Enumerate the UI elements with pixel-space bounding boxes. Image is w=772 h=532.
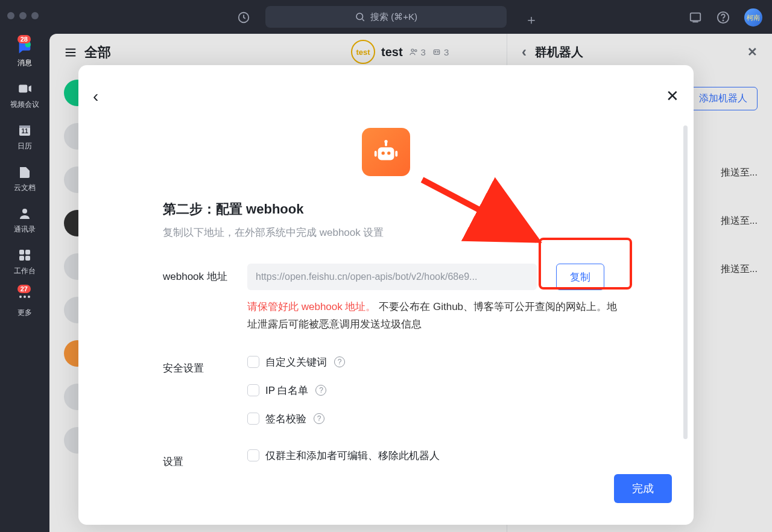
modal-back-button[interactable]: ‹ — [93, 87, 98, 106]
nav-more[interactable]: 27 更多 — [16, 288, 33, 318]
nav-messages[interactable]: 28 消息 — [16, 39, 33, 68]
svg-rect-29 — [395, 151, 397, 157]
help-tooltip-icon[interactable]: ? — [314, 413, 324, 424]
svg-point-24 — [382, 151, 385, 154]
nav-contacts[interactable]: 通讯录 — [14, 205, 36, 235]
settings-option-only-owner[interactable]: 仅群主和添加者可编辑、移除此机器人 — [247, 449, 440, 463]
svg-point-27 — [384, 140, 387, 143]
svg-rect-2 — [691, 13, 701, 21]
nav-docs[interactable]: 云文档 — [14, 163, 36, 193]
webhook-url-label: webhook 地址 — [163, 264, 235, 283]
tool-icon[interactable] — [689, 11, 702, 24]
history-icon[interactable] — [237, 11, 250, 24]
window-traffic-lights[interactable] — [7, 12, 39, 19]
annotation-arrow — [416, 174, 555, 258]
svg-text:11: 11 — [21, 128, 28, 135]
webhook-url-field[interactable]: https://open.feishu.cn/open-apis/bot/v2/… — [247, 264, 537, 290]
search-placeholder: 搜索 (⌘+K) — [370, 11, 417, 23]
video-icon — [16, 80, 33, 97]
left-nav: 28 消息 视频会议 11 日历 云文档 通讯录 工作台 27 更多 — [0, 34, 49, 532]
nav-calendar[interactable]: 11 日历 — [16, 122, 33, 151]
security-label: 安全设置 — [163, 355, 235, 375]
done-button[interactable]: 完成 — [614, 474, 672, 503]
create-plus-icon[interactable]: ＋ — [525, 11, 538, 29]
nav-badge: 27 — [17, 285, 31, 293]
svg-rect-14 — [25, 256, 30, 261]
svg-point-16 — [24, 296, 26, 298]
svg-point-4 — [723, 20, 723, 21]
help-icon[interactable] — [717, 11, 730, 24]
checkbox-icon[interactable] — [247, 356, 259, 368]
macos-titlebar: 搜索 (⌘+K) ＋ 柯南 — [0, 0, 772, 34]
global-search[interactable]: 搜索 (⌘+K) — [265, 6, 507, 28]
svg-point-25 — [387, 151, 390, 154]
nav-workspace[interactable]: 工作台 — [14, 247, 36, 276]
svg-rect-13 — [19, 256, 24, 261]
calendar-icon: 11 — [16, 122, 33, 139]
webhook-warning: 请保管好此 webhook 地址。 不要公布在 Github、博客等可公开查阅的… — [247, 299, 621, 334]
docs-icon — [16, 163, 33, 180]
svg-line-30 — [422, 180, 537, 240]
svg-point-15 — [19, 296, 22, 298]
svg-point-1 — [356, 13, 363, 20]
svg-rect-11 — [19, 250, 24, 255]
modal-scrollbar[interactable] — [683, 125, 688, 439]
webhook-config-modal: ‹ ✕ 第二步：配置 webhook 复制以下地址，在外部系统中完成 webho… — [78, 65, 694, 525]
settings-label: 设置 — [163, 449, 235, 469]
svg-point-17 — [28, 296, 30, 298]
checkbox-icon[interactable] — [247, 384, 259, 396]
bot-avatar-icon — [362, 128, 410, 176]
help-tooltip-icon[interactable]: ? — [334, 356, 345, 367]
workspace-icon — [16, 247, 33, 264]
svg-rect-6 — [19, 85, 27, 93]
checkbox-icon[interactable] — [247, 449, 259, 461]
svg-rect-23 — [378, 147, 394, 160]
checkbox-icon[interactable] — [247, 413, 259, 425]
modal-close-button[interactable]: ✕ — [666, 87, 679, 106]
nav-badge: 28 — [17, 35, 31, 43]
user-avatar[interactable]: 柯南 — [744, 8, 762, 27]
security-option-ip-whitelist[interactable]: IP 白名单 ? — [247, 384, 345, 397]
nav-video[interactable]: 视频会议 — [10, 80, 39, 110]
contacts-icon — [16, 205, 33, 222]
svg-point-10 — [22, 209, 27, 214]
security-option-keyword[interactable]: 自定义关键词 ? — [247, 355, 345, 369]
svg-rect-12 — [25, 250, 30, 255]
help-tooltip-icon[interactable]: ? — [315, 385, 326, 396]
svg-rect-28 — [375, 151, 377, 157]
security-option-signature[interactable]: 签名校验 ? — [247, 412, 345, 426]
